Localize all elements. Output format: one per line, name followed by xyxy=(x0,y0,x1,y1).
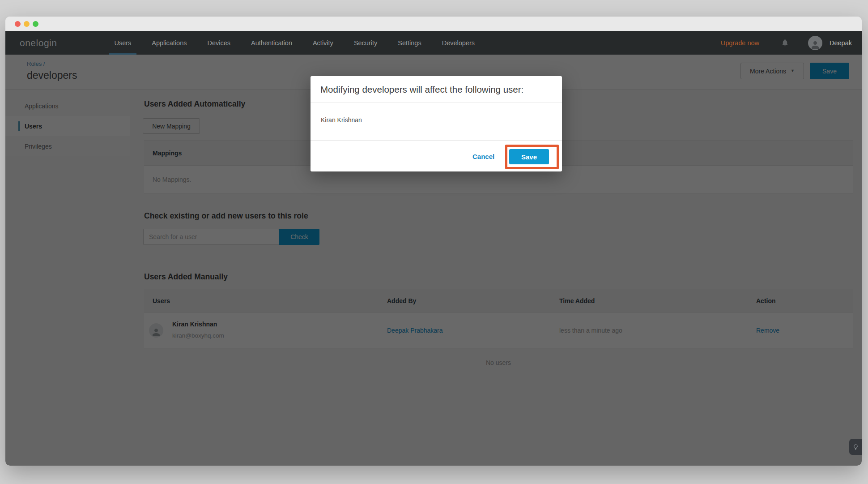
nav-item-devices[interactable]: Devices xyxy=(202,31,236,55)
nav-items: Users Applications Devices Authenticatio… xyxy=(104,31,485,55)
nav-item-activity[interactable]: Activity xyxy=(307,31,339,55)
close-icon[interactable] xyxy=(15,21,21,27)
lightbulb-icon xyxy=(852,444,859,450)
user-avatar-icon[interactable] xyxy=(808,36,822,50)
modal-affected-user: Kiran Krishnan xyxy=(321,116,362,124)
user-name[interactable]: Deepak xyxy=(830,39,852,47)
nav-item-security[interactable]: Security xyxy=(349,31,383,55)
nav-item-settings[interactable]: Settings xyxy=(392,31,426,55)
top-navbar: onelogin Users Applications Devices Auth… xyxy=(5,31,862,55)
nav-item-applications[interactable]: Applications xyxy=(146,31,192,55)
modal-title: Modifying developers will affect the fol… xyxy=(311,76,562,103)
confirm-modal: Modifying developers will affect the fol… xyxy=(311,76,562,171)
save-button[interactable]: Save xyxy=(509,149,549,164)
nav-item-users[interactable]: Users xyxy=(109,31,136,55)
upgrade-now-link[interactable]: Upgrade now xyxy=(721,39,759,47)
nav-item-authentication[interactable]: Authentication xyxy=(246,31,298,55)
zoom-icon[interactable] xyxy=(33,21,38,27)
bell-icon[interactable] xyxy=(781,39,789,47)
help-widget-button[interactable] xyxy=(849,439,862,455)
nav-item-developers[interactable]: Developers xyxy=(437,31,480,55)
minimize-icon[interactable] xyxy=(24,21,30,27)
cancel-button[interactable]: Cancel xyxy=(472,153,494,160)
modal-divider xyxy=(311,140,562,141)
onelogin-logo[interactable]: onelogin xyxy=(20,38,57,48)
navbar-right: Upgrade now Deepak xyxy=(721,36,862,50)
browser-window: onelogin Users Applications Devices Auth… xyxy=(5,17,862,466)
titlebar xyxy=(5,17,862,31)
